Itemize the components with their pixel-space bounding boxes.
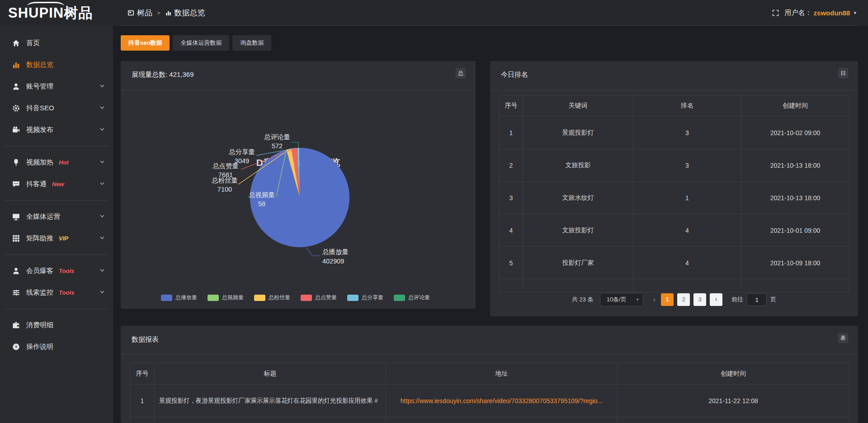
pie-slice-4: [297, 148, 300, 197]
ranking-cell: 4: [500, 214, 523, 247]
legend-item-2[interactable]: 总粉丝量: [254, 294, 290, 301]
ranking-badge-button[interactable]: 日: [838, 68, 848, 78]
pie-label: 572: [272, 142, 283, 150]
column-header: 地址: [386, 363, 618, 385]
bar-chart-icon: [165, 9, 172, 16]
next-page-button[interactable]: ›: [710, 293, 722, 306]
ranking-cell: 4: [633, 247, 741, 279]
sidebar-item-media-operation[interactable]: 全媒体运营: [0, 206, 113, 227]
legend-item-5[interactable]: 总评论量: [394, 294, 430, 301]
sidebar-item-video-publish[interactable]: 视频发布: [0, 119, 113, 141]
sidebar-item-matrix-boost[interactable]: 矩阵助推VIP: [0, 227, 113, 249]
sidebar-item-video-heat[interactable]: 视频加热Hot: [0, 151, 113, 173]
sidebar-item-label: 抖客通: [26, 180, 47, 188]
overview-total-text: 展现量总数: 421,369: [132, 70, 194, 79]
tab-inquiry-data[interactable]: 询盘数据: [232, 35, 271, 51]
username-value[interactable]: zswodun88: [814, 9, 850, 17]
report-cell-time: 2021-11-22 12:08: [618, 385, 849, 417]
ranking-cell: 3: [633, 117, 741, 149]
sidebar-item-data-overview[interactable]: 数据总览: [0, 54, 113, 75]
legend-item-0[interactable]: 总播放量: [161, 294, 197, 301]
tab-media-operation-data[interactable]: 全媒体运营数据: [173, 35, 229, 51]
video-camera-icon: [12, 126, 20, 134]
pie-label-leader: [256, 148, 296, 155]
prev-page-button[interactable]: ‹: [653, 296, 656, 304]
tab-douyin-seo-data[interactable]: 抖音seo数据: [121, 35, 170, 51]
report-badge-button[interactable]: 表: [838, 333, 848, 343]
goto-label: 前往: [731, 296, 743, 304]
sidebar-item-label: 视频加热: [26, 158, 53, 167]
sidebar-item-label: 消费明细: [26, 321, 53, 329]
legend-item-4[interactable]: 总分享量: [347, 294, 383, 301]
sidebar-item-account-manage[interactable]: 账号管理: [0, 75, 113, 97]
ranking-cell: 4: [633, 214, 741, 247]
chat-icon: [12, 180, 20, 188]
pie-label: 402909: [322, 258, 344, 265]
page-button-2[interactable]: 2: [677, 293, 690, 306]
sidebar-divider: [0, 303, 113, 314]
sidebar-item-home[interactable]: 首页: [0, 32, 113, 54]
page-size-select[interactable]: 10条/页 ▾: [600, 293, 643, 306]
goto-page-input[interactable]: [747, 293, 767, 306]
legend-label: 总点赞量: [315, 294, 337, 301]
app-logo: SHUPIN树品: [8, 0, 93, 26]
sidebar-item-consumption-detail[interactable]: 消费明细: [0, 314, 113, 336]
pagination-total: 共 23 条: [572, 296, 594, 304]
sidebar-item-label: 账号管理: [26, 82, 53, 91]
sidebar-item-label: 会员爆客: [26, 267, 53, 275]
goto-suffix: 页: [770, 296, 776, 304]
divider: [121, 354, 858, 354]
legend-swatch: [208, 295, 219, 301]
sidebar-item-label: 数据总览: [26, 61, 53, 69]
report-link[interactable]: https://www.iesdouyin.com/share/video/70…: [386, 385, 618, 417]
sidebar-item-member-baoke[interactable]: 会员爆客Tools: [0, 260, 113, 282]
pie-label: 58: [258, 200, 265, 207]
ranking-cell: 3: [633, 149, 741, 182]
sidebar-item-douyin-seo[interactable]: 抖音SEO: [0, 97, 113, 119]
sliders-icon: [12, 288, 20, 297]
username-label: 用户名：: [785, 9, 812, 17]
page-button-1[interactable]: 1: [661, 293, 674, 306]
pie-label: 7681: [218, 171, 233, 179]
ranking-cell: 文旅水纹灯: [523, 182, 633, 214]
chevron-down-icon: [99, 127, 105, 132]
sidebar-item-label: 首页: [26, 39, 40, 47]
report-panel-title: 数据报表: [132, 335, 159, 344]
page-button-3[interactable]: 3: [693, 293, 706, 306]
pie-label: 总分享量: [229, 148, 255, 155]
breadcrumb-item-shupin[interactable]: 树品: [127, 8, 152, 18]
chevron-down-icon: [99, 83, 105, 89]
sidebar-item-instructions[interactable]: ?操作说明: [0, 336, 113, 357]
fullscreen-icon[interactable]: [772, 9, 779, 17]
breadcrumb-separator: >: [157, 9, 160, 16]
ranking-table: 序号关键词排名创建时间 1景观投影灯32021-10-02 09:002文旅投影…: [499, 95, 849, 292]
breadcrumb-item-data-overview[interactable]: 数据总览: [165, 8, 205, 18]
chevron-down-icon: [99, 235, 105, 240]
chevron-down-icon: [99, 268, 105, 273]
table-row: 1景观投影灯32021-10-02 09:00: [500, 117, 849, 149]
sidebar-divider: [0, 249, 113, 260]
report-cell-title: 景观投影灯，夜游景观投影灯厂家展示展示落花灯在花园里的灯光投影应用效果 #: [155, 385, 386, 417]
data-source-tabs: 抖音seo数据全媒体运营数据询盘数据: [121, 35, 271, 51]
sidebar-item-douketong[interactable]: 抖客通New: [0, 173, 113, 195]
ranking-cell: 2021-10-01 09:00: [741, 214, 849, 247]
popsicle-icon: [12, 158, 20, 167]
column-header: 排名: [633, 95, 741, 117]
user-icon: [12, 82, 20, 91]
logo-arc: [27, 2, 64, 10]
legend-item-1[interactable]: 总视频量: [208, 294, 244, 301]
pie-chart: 总播放量402909总视频量58总粉丝量7100总点赞量7681总分享量3049…: [121, 61, 476, 309]
chart-legend: 总播放量总视频量总粉丝量总点赞量总分享量总评论量: [121, 294, 476, 301]
sidebar-item-label: 矩阵助推: [26, 234, 53, 243]
legend-swatch: [301, 295, 312, 301]
bar-chart-icon: [12, 61, 20, 69]
chevron-down-icon: [99, 181, 105, 186]
sidebar-divider: [0, 195, 113, 206]
sidebar-item-label: 操作说明: [26, 343, 53, 351]
ranking-cell: 2: [500, 149, 523, 182]
legend-item-3[interactable]: 总点赞量: [301, 294, 337, 301]
chevron-down-icon: [99, 105, 105, 110]
sidebar-item-clue-monitor[interactable]: 线索监控Tools: [0, 282, 113, 303]
overview-badge-button[interactable]: 总: [456, 68, 466, 78]
pie-label: 总粉丝量: [212, 177, 238, 184]
